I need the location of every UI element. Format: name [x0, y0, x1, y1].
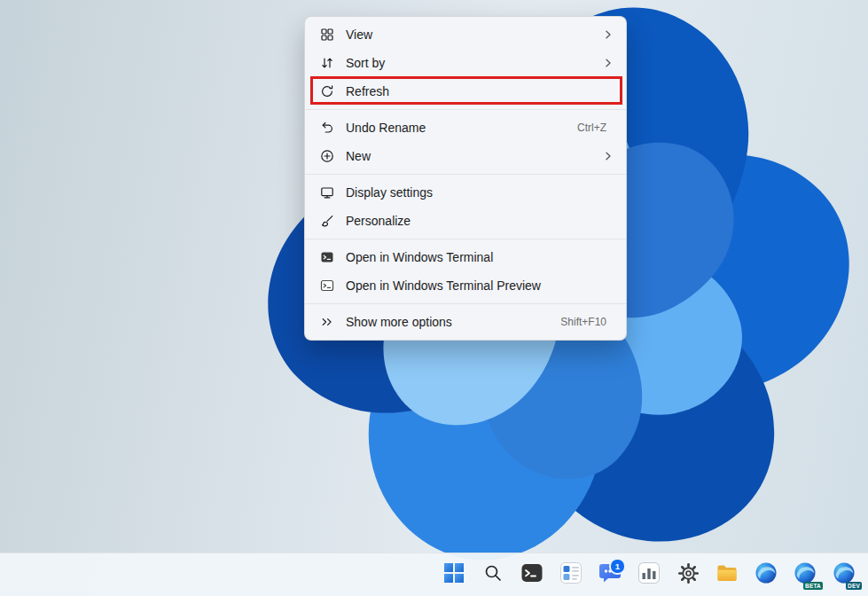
taskbar-edge-dev-button[interactable]: DEV — [826, 557, 862, 592]
terminal-preview-icon — [320, 278, 334, 293]
taskbar-analytics-button[interactable] — [631, 557, 667, 592]
more-options-icon — [320, 315, 334, 329]
taskbar-search-button[interactable] — [475, 557, 511, 592]
chart-app-icon — [637, 561, 661, 588]
menu-item-label: Display settings — [346, 185, 614, 200]
edge-icon — [755, 561, 778, 588]
refresh-icon — [320, 84, 334, 98]
chevron-right-icon — [603, 151, 614, 161]
menu-item-label: Refresh — [346, 84, 614, 98]
chevron-right-icon — [603, 58, 614, 68]
taskbar-edge-button[interactable] — [748, 557, 784, 592]
taskbar-settings-button[interactable] — [670, 557, 706, 592]
menu-item-label: Show more options — [346, 315, 550, 329]
taskbar-widgets-button[interactable] — [553, 557, 589, 592]
menu-item-open-windows-terminal[interactable]: Open in Windows Terminal — [305, 243, 626, 271]
channel-badge: DEV — [846, 582, 862, 590]
menu-item-open-windows-terminal-preview[interactable]: Open in Windows Terminal Preview — [305, 271, 626, 300]
menu-item-label: Open in Windows Terminal — [346, 250, 614, 264]
taskbar-start-button[interactable] — [436, 557, 472, 592]
personalize-brush-icon — [320, 214, 334, 228]
menu-separator — [305, 109, 626, 110]
channel-badge: BETA — [803, 582, 823, 590]
menu-item-sort-by[interactable]: Sort by — [305, 49, 626, 77]
menu-item-view[interactable]: View — [305, 20, 626, 49]
notification-badge: 1 — [609, 558, 626, 575]
new-plus-icon — [320, 149, 334, 163]
menu-item-label: View — [346, 27, 603, 42]
view-grid-icon — [320, 27, 334, 42]
sort-arrows-icon — [320, 56, 334, 70]
folder-icon — [716, 561, 739, 588]
menu-item-show-more-options[interactable]: Show more options Shift+F10 — [305, 308, 626, 336]
menu-item-shortcut: Shift+F10 — [560, 316, 606, 328]
menu-item-shortcut: Ctrl+Z — [577, 122, 606, 134]
display-icon — [320, 185, 334, 200]
menu-item-new[interactable]: New — [305, 142, 626, 170]
menu-item-refresh[interactable]: Refresh — [305, 77, 626, 106]
taskbar-windows-terminal-button[interactable] — [514, 557, 550, 592]
menu-item-undo-rename[interactable]: Undo Rename Ctrl+Z — [305, 114, 626, 142]
taskbar: 1 — [0, 553, 868, 596]
gear-icon — [677, 562, 700, 588]
menu-item-label: New — [346, 149, 603, 163]
context-menu: View Sort by Refresh Un — [304, 16, 627, 341]
widgets-icon — [559, 561, 583, 588]
menu-item-personalize[interactable]: Personalize — [305, 207, 626, 235]
terminal-icon — [320, 250, 334, 264]
menu-separator — [305, 303, 626, 304]
taskbar-chat-button[interactable]: 1 — [592, 557, 628, 592]
menu-item-label: Undo Rename — [346, 121, 567, 135]
menu-separator — [305, 239, 626, 239]
menu-item-display-settings[interactable]: Display settings — [305, 178, 626, 207]
taskbar-edge-beta-button[interactable]: BETA — [787, 557, 823, 592]
menu-item-label: Personalize — [346, 214, 614, 228]
taskbar-icons: 1 — [436, 553, 862, 596]
chevron-right-icon — [603, 29, 614, 40]
menu-item-label: Open in Windows Terminal Preview — [346, 278, 614, 293]
menu-separator — [305, 174, 626, 175]
menu-item-label: Sort by — [346, 56, 603, 70]
search-icon — [483, 563, 503, 586]
undo-icon — [320, 121, 334, 135]
windows-terminal-icon — [520, 561, 543, 588]
windows-logo-icon — [443, 562, 465, 587]
taskbar-file-explorer-button[interactable] — [709, 557, 745, 592]
